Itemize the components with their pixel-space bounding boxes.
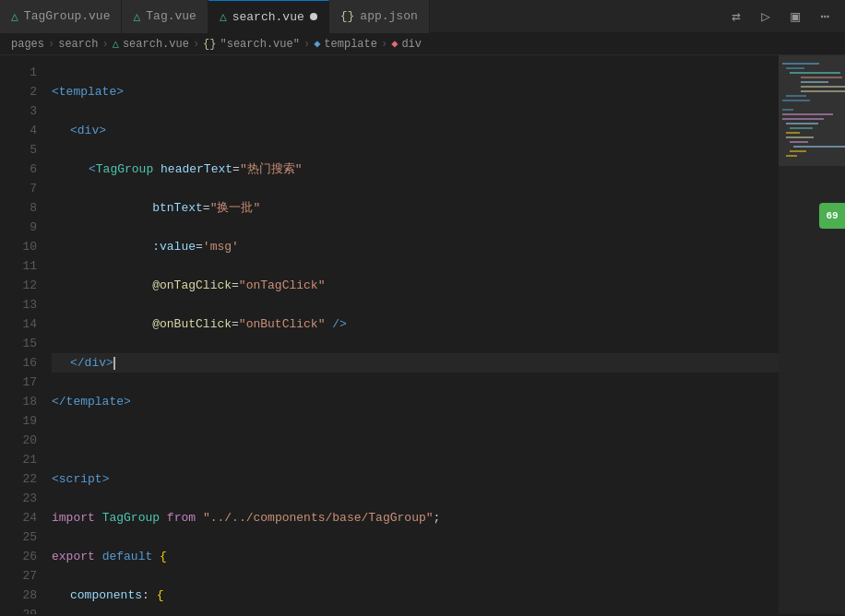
code-line-5: :value='msg': [52, 237, 779, 256]
breadcrumb-template-icon: ◆: [314, 37, 320, 51]
json-icon: {}: [340, 9, 355, 23]
breadcrumb-search: search: [58, 38, 98, 51]
tab-appjson[interactable]: {} app.json: [329, 0, 430, 33]
code-line-3: <TagGroup headerText="热门搜索": [52, 160, 779, 179]
code-line-11: <script>: [52, 469, 779, 489]
vue-icon: △: [11, 9, 18, 24]
code-line-8: </div>: [52, 353, 779, 373]
tab-bar: △ TagGroup.vue △ Tag.vue △ search.vue {}…: [0, 0, 845, 33]
breadcrumb-div-icon: ◆: [391, 37, 398, 51]
code-line-9: </template>: [52, 392, 779, 411]
layout-button[interactable]: ▣: [782, 4, 808, 30]
breadcrumb-vue-icon: △: [113, 37, 119, 51]
code-editor[interactable]: <template> <div> <TagGroup headerText="热…: [44, 55, 779, 614]
code-line-12: import TagGroup from "../../components/b…: [52, 508, 779, 527]
tab-search[interactable]: △ search.vue: [208, 0, 329, 33]
breadcrumb-template: template: [324, 38, 377, 51]
tab-label: app.json: [360, 9, 417, 23]
tab-tag[interactable]: △ Tag.vue: [122, 0, 208, 33]
vue-icon: △: [133, 9, 140, 24]
minimap[interactable]: [779, 55, 845, 614]
avatar-badge[interactable]: 69: [819, 203, 845, 229]
minimap-slider[interactable]: [779, 55, 845, 166]
vue-icon: △: [220, 9, 227, 24]
play-button[interactable]: ▷: [753, 4, 779, 30]
breadcrumb-searchvue: "search.vue": [220, 38, 300, 51]
code-container: 12345 678910 1112131415 1617181920 21222…: [0, 55, 845, 614]
toolbar-actions: ⇄ ▷ ▣ ⋯: [723, 4, 845, 30]
line-numbers: 12345 678910 1112131415 1617181920 21222…: [0, 55, 44, 614]
code-line-14: components: {: [52, 586, 779, 605]
breadcrumb-file: search.vue: [123, 38, 189, 51]
code-line-1: <template>: [52, 82, 779, 101]
modified-dot: [310, 13, 317, 20]
code-line-13: export default {: [52, 547, 779, 566]
code-line-7: @onButClick="onButClick" />: [52, 314, 779, 334]
breadcrumb-json-icon: {}: [203, 38, 216, 51]
more-button[interactable]: ⋯: [812, 4, 838, 30]
tab-label: Tag.vue: [146, 9, 196, 23]
code-line-10: [52, 431, 779, 450]
breadcrumb-div: div: [401, 38, 422, 51]
breadcrumb-pages: pages: [11, 38, 44, 51]
tab-label: search.vue: [232, 10, 304, 24]
git-button[interactable]: ⇄: [723, 4, 749, 30]
tab-taggroup[interactable]: △ TagGroup.vue: [0, 0, 122, 33]
code-line-6: @onTagClick="onTagClick": [52, 276, 779, 295]
code-line-2: <div>: [52, 121, 779, 140]
code-line-4: btnText="换一批": [52, 198, 779, 218]
breadcrumb: pages › search › △ search.vue › {} "sear…: [0, 33, 845, 55]
tab-label: TagGroup.vue: [24, 9, 111, 23]
